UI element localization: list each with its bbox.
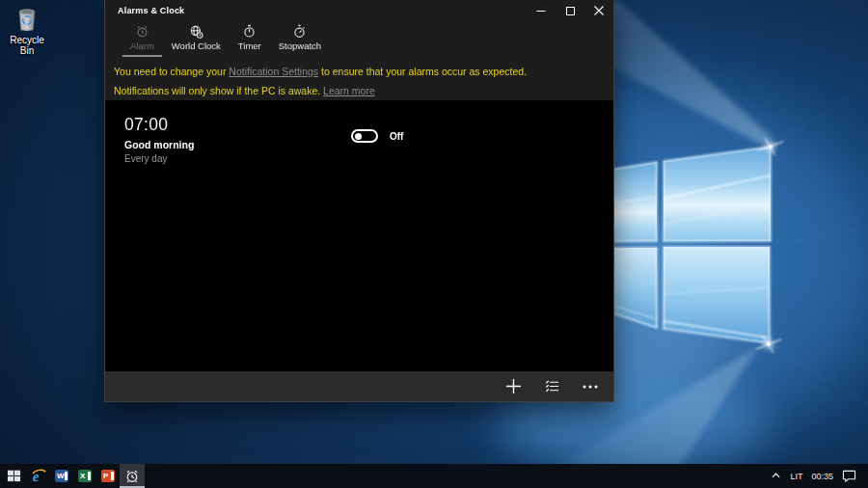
recycle-bin-icon [14,6,40,33]
stopwatch-icon [292,24,307,39]
tab-world-clock-label: World Clock [172,41,221,51]
start-button[interactable] [0,464,27,488]
tab-stopwatch[interactable]: Stopwatch [270,21,330,59]
toggle-knob [355,133,362,140]
maximize-button[interactable] [556,0,584,21]
ellipsis-icon [583,385,598,389]
taskbar-word-button[interactable]: W [50,464,73,488]
alarm-toggle-wrap: Off [351,129,403,143]
word-letter: W [57,473,65,480]
system-tray: LIT 00:35 [771,464,868,488]
plus-icon [505,378,522,394]
alarms-clock-window: Alarms & Clock Alarm [104,0,614,402]
taskbar-powerpoint-button[interactable]: P [96,464,120,488]
close-icon [594,6,604,15]
tab-world-clock[interactable]: World Clock [163,21,230,59]
pc-awake-warning: Notifications will only show if the PC i… [114,81,606,100]
warning-text: Notifications will only show if the PC i… [114,85,323,96]
taskbar-alarms-clock-button[interactable] [120,464,145,488]
add-alarm-button[interactable] [494,371,532,401]
taskbar-empty-area [145,464,771,488]
alarm-list: 07:00 Good morning Every day Off [105,100,613,371]
tab-timer-label: Timer [238,41,261,51]
more-options-button[interactable] [571,371,610,401]
tab-timer[interactable]: Timer [230,21,270,59]
excel-page-shape [88,472,91,480]
powerpoint-page-shape [111,472,114,480]
window-title: Alarms & Clock [118,6,184,15]
learn-more-link[interactable]: Learn more [323,85,375,96]
timer-icon [242,24,257,39]
minimize-button[interactable] [527,0,556,21]
alarm-icon [135,24,149,39]
tab-alarm[interactable]: Alarm [122,21,163,59]
window-titlebar[interactable]: Alarms & Clock [105,0,613,21]
word-icon: W [55,470,68,482]
word-page-shape [65,472,68,480]
alarm-entry[interactable]: 07:00 Good morning Every day Off [124,115,578,164]
powerpoint-letter: P [103,473,108,480]
warning-text: to ensure that your alarms occur as expe… [318,66,527,77]
command-bar [105,371,613,401]
internet-explorer-icon: e [31,468,47,484]
powerpoint-icon: P [101,470,115,482]
excel-letter: X [80,473,85,480]
warning-text: You need to change your [114,66,229,77]
window-controls [527,0,613,21]
taskbar: e W X P [0,464,868,488]
desktop: Recycle Bin Alarms & Clock [0,0,868,488]
minimize-icon [536,6,546,15]
tab-alarm-label: Alarm [130,41,154,51]
show-hidden-icons-chevron[interactable] [771,471,781,481]
excel-icon: X [78,470,92,482]
language-indicator[interactable]: LIT [790,472,802,481]
taskbar-internet-explorer-button[interactable]: e [27,464,50,488]
close-button[interactable] [584,0,613,21]
notification-settings-warning: You need to change your Notification Set… [114,62,606,81]
multiselect-icon [544,378,560,394]
alarm-toggle[interactable] [351,129,378,143]
tab-bar: Alarm World Clock Timer [105,21,613,59]
alarm-repeat: Every day [124,153,578,164]
select-alarms-button[interactable] [532,371,571,401]
tab-stopwatch-label: Stopwatch [279,41,321,51]
alarms-clock-taskbar-icon [124,469,140,484]
maximize-icon [566,7,575,15]
action-center-icon[interactable] [842,470,856,482]
alarm-toggle-label: Off [390,131,403,142]
notification-settings-link[interactable]: Notification Settings [229,66,318,77]
world-clock-icon [189,24,203,39]
clock[interactable]: 00:35 [811,472,833,481]
notification-warnings: You need to change your Notification Set… [105,59,613,100]
taskbar-excel-button[interactable]: X [73,464,96,488]
recycle-bin-label: Recycle Bin [4,35,50,56]
windows-start-icon [7,469,21,483]
recycle-bin-desktop-icon[interactable]: Recycle Bin [4,6,50,56]
